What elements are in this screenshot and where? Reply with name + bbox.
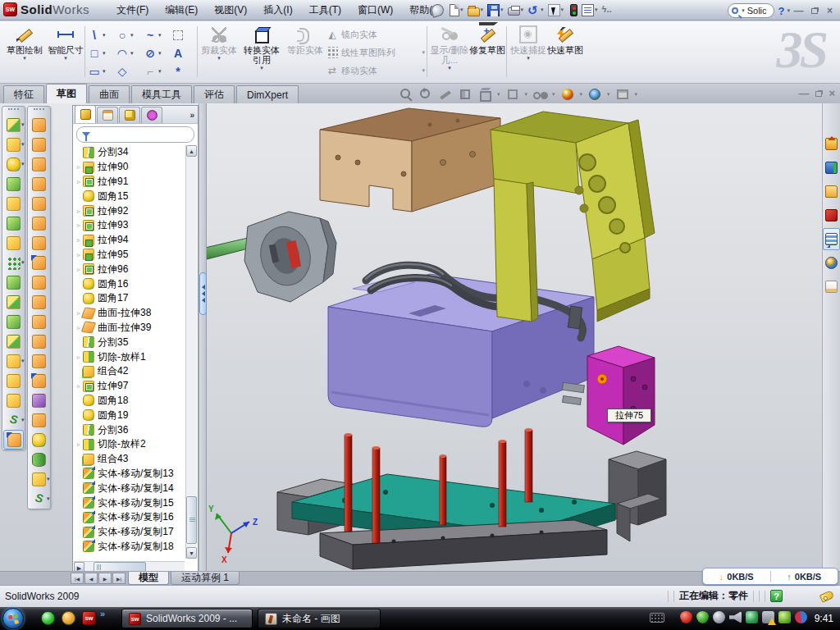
tree-item[interactable]: 实体-移动/复制14 [75,481,185,495]
search-dropdown-icon[interactable]: ▾ [742,7,745,14]
doc-minimize-button[interactable]: — [798,86,809,101]
replace-face-button[interactable] [28,331,50,351]
dropdown-icon[interactable]: ▾ [130,32,134,39]
dropdown-icon[interactable]: ▾ [521,7,524,13]
boundary-boss-button[interactable] [2,213,25,233]
mirror-entities-button[interactable]: ◭ 镜向实体 [326,25,425,43]
tree-item[interactable]: ▹拉伸96 [75,262,185,276]
tree-filter-bar[interactable] [76,126,194,143]
tree-item[interactable]: 实体-移动/复制13 [75,467,185,482]
custom-properties-button[interactable] [823,276,840,298]
tree-item[interactable]: 分割36 [75,422,185,437]
trim-entities-button[interactable]: 剪裁实体▾ [199,24,239,81]
antivirus-icon[interactable] [62,611,75,625]
open-button[interactable]: ▾ [466,2,486,18]
menu-item-W[interactable]: 窗口(W) [349,1,401,20]
extruded-boss-button[interactable]: ▾ [2,115,25,135]
tree-item[interactable]: 圆角17 [75,291,185,306]
curve-2-button[interactable]: S▾ [28,489,50,509]
help-dropdown-icon[interactable]: ▾ [787,7,790,14]
insert-feature-2-button[interactable]: ▾ [28,469,50,489]
sketch-tool-select-box[interactable] [171,30,192,40]
revolved-surface-button[interactable] [28,135,50,154]
system-update-icon[interactable] [713,611,725,623]
dropdown-icon[interactable]: ▾ [158,50,162,57]
dropdown-icon[interactable]: ▾ [47,476,50,482]
tab-DimXpert[interactable]: DimXpert [236,85,299,103]
expand-icon[interactable]: ▹ [75,382,83,390]
tree-vertical-scrollbar[interactable]: ▲ ▼ [185,145,197,559]
doc-tab-模型[interactable]: 模型 [128,572,169,585]
menu-item-F[interactable]: 文件(F) [108,1,157,20]
property-manager-tab[interactable] [97,107,118,123]
sketch-tool-polygon[interactable]: ◇ [115,65,143,78]
minimize-button[interactable]: — [792,4,806,17]
dropdown-icon[interactable]: ▾ [460,7,463,13]
dropdown-icon[interactable]: ▾ [158,32,162,39]
tree-item[interactable]: ▹拉伸92 [75,203,185,218]
dropdown-icon[interactable]: ▾ [595,7,598,13]
close-button[interactable]: × [823,4,837,17]
thicken-button[interactable] [28,272,50,292]
new-document-button[interactable]: ▾ [446,2,465,18]
expand-icon[interactable]: ▹ [75,221,83,229]
combine-button[interactable] [2,272,25,292]
solidworks-launcher-icon[interactable]: SW [82,611,96,625]
doc-close-button[interactable]: × [829,86,835,101]
dropdown-icon[interactable]: ▾ [21,161,25,167]
deform-button[interactable] [2,371,25,390]
messenger-tray-icon[interactable] [746,611,758,623]
tree-item[interactable]: 圆角18 [75,394,185,409]
dropdown-icon[interactable]: ▾ [541,7,544,13]
edit-appearance-icon[interactable] [560,87,575,102]
view-settings-icon[interactable] [615,87,630,102]
zoom-to-fit-icon[interactable] [399,87,413,102]
search-input[interactable]: Solic [747,6,767,16]
dropdown-icon[interactable]: ▾ [580,91,583,98]
tab-曲面[interactable]: 曲面 [89,85,130,103]
panel-expand-icon[interactable]: » [189,111,194,120]
design-library-button[interactable] [823,157,840,179]
tab-nav-button[interactable]: ▶| [112,573,126,584]
print-button[interactable]: ▾ [506,2,526,18]
tab-特征[interactable]: 特征 [3,85,44,103]
sketch-tool-rectangle[interactable]: □▾ [87,47,115,60]
tree-item[interactable]: ▹拉伸94 [75,233,185,248]
gray-insert-part[interactable] [244,212,336,302]
freeform-button[interactable] [28,390,50,410]
tag-icon[interactable] [819,590,835,603]
scroll-thumb[interactable] [186,496,197,544]
expand-icon[interactable]: ▹ [75,251,83,258]
dimxpert-manager-tab[interactable] [141,107,162,123]
toolbar-grip[interactable] [8,108,19,114]
expand-icon[interactable]: ▹ [75,441,83,448]
view-palette-button[interactable] [823,228,840,250]
delete-face-button[interactable] [28,312,50,331]
sketch-tool-text[interactable]: A [171,47,192,60]
sketch-tool-sketch-fillet[interactable]: ⌐▾ [143,65,171,78]
tree-item[interactable]: ▹切除-放样1 [75,349,185,364]
dome-button[interactable] [28,450,50,469]
tree-item[interactable]: 实体-移动/复制15 [75,495,185,510]
tree-item[interactable]: ▹拉伸90 [75,160,185,175]
previous-view-icon[interactable] [438,87,453,102]
offset-entities-button[interactable]: 等距实体▾ [285,24,325,81]
menu-item-T[interactable]: 工具(T) [301,1,349,20]
view-orientation-icon[interactable] [477,87,492,102]
doc-restore-button[interactable] [815,86,822,101]
start-button[interactable] [2,608,24,629]
tab-草图[interactable]: 草图 [46,84,87,103]
indent-button[interactable] [2,390,25,410]
options-button[interactable]: ▾ [580,2,600,18]
expand-icon[interactable]: ▹ [75,354,83,361]
security-plus-icon[interactable] [778,611,791,623]
dropdown-icon[interactable]: ▾ [552,91,555,98]
dropdown-icon[interactable]: ▾ [103,32,106,39]
repair-sketch-button[interactable]: 修复草图▾ [468,24,507,81]
security-alert-icon[interactable] [680,611,692,623]
magenta-insert-block[interactable] [587,346,655,445]
sketch-tool-slot[interactable]: ▭▾ [87,65,115,78]
tree-item[interactable]: ▹拉伸97 [75,379,185,394]
dropdown-icon[interactable]: ▾ [21,358,25,364]
boundary-surface-button[interactable] [28,174,50,194]
